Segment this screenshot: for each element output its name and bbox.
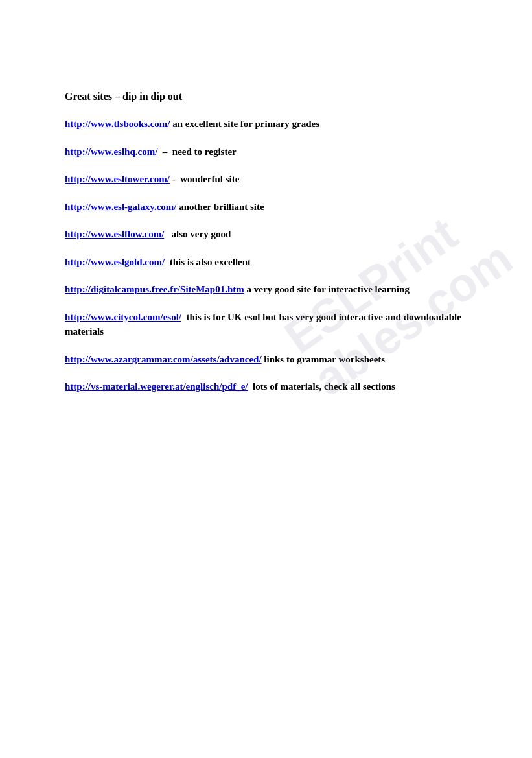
- desc-3: - wonderful site: [170, 174, 240, 184]
- desc-6: this is also excellent: [165, 257, 251, 267]
- entry-10: http://vs-material.wegerer.at/englisch/p…: [65, 379, 467, 394]
- link-tlsbooks[interactable]: http://www.tlsbooks.com/: [65, 119, 170, 129]
- link-eslhq[interactable]: http://www.eslhq.com/: [65, 147, 157, 157]
- entry-4: http://www.esl-galaxy.com/ another brill…: [65, 200, 467, 215]
- desc-2: – need to register: [157, 147, 236, 157]
- desc-5: also very good: [164, 229, 231, 239]
- link-eslflow[interactable]: http://www.eslflow.com/: [65, 229, 164, 239]
- link-digitalcampus[interactable]: http://digitalcampus.free.fr/SiteMap01.h…: [65, 284, 244, 294]
- entry-5: http://www.eslflow.com/ also very good: [65, 227, 467, 242]
- link-esl-galaxy[interactable]: http://www.esl-galaxy.com/: [65, 202, 177, 212]
- entry-1: http://www.tlsbooks.com/ an excellent si…: [65, 117, 467, 132]
- page-content: ESLPrintables.com Great sites – dip in d…: [0, 0, 532, 446]
- desc-10: lots of materials, check all sections: [248, 381, 395, 392]
- entry-6: http://www.eslgold.com/ this is also exc…: [65, 255, 467, 270]
- desc-4: another brilliant site: [177, 202, 264, 212]
- link-citycol[interactable]: http://www.citycol.com/esol/: [65, 312, 181, 322]
- desc-9: links to grammar worksheets: [262, 354, 386, 364]
- link-esltower[interactable]: http://www.esltower.com/: [65, 174, 170, 184]
- watermark: ESLPrintables.com: [275, 190, 521, 405]
- link-azargrammar[interactable]: http://www.azargrammar.com/assets/advanc…: [65, 354, 262, 364]
- entry-7: http://digitalcampus.free.fr/SiteMap01.h…: [65, 282, 467, 297]
- entry-2: http://www.eslhq.com/ – need to register: [65, 145, 467, 160]
- desc-7: a very good site for interactive learnin…: [244, 284, 410, 294]
- desc-1: an excellent site for primary grades: [170, 119, 320, 129]
- link-eslgold[interactable]: http://www.eslgold.com/: [65, 257, 165, 267]
- entry-8: http://www.citycol.com/esol/ this is for…: [65, 310, 467, 339]
- entry-3: http://www.esltower.com/ - wonderful sit…: [65, 172, 467, 187]
- entry-9: http://www.azargrammar.com/assets/advanc…: [65, 352, 467, 367]
- link-vs-material[interactable]: http://vs-material.wegerer.at/englisch/p…: [65, 381, 248, 392]
- page-title: Great sites – dip in dip out: [65, 91, 467, 102]
